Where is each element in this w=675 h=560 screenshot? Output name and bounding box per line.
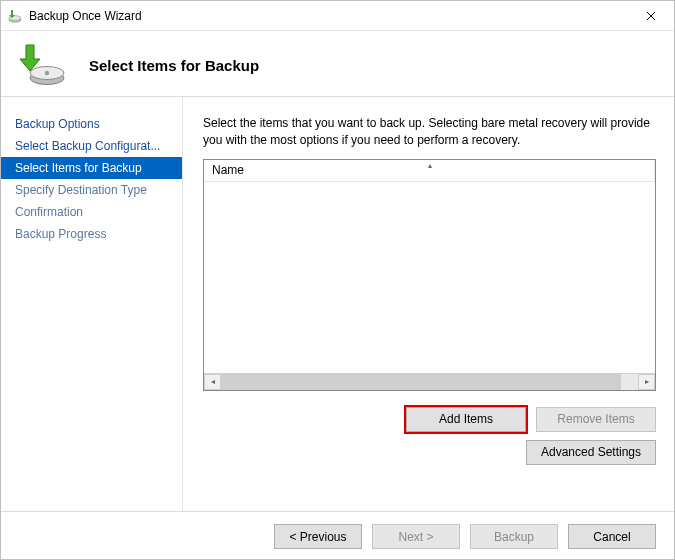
scroll-right-arrow[interactable]: ▸: [638, 374, 655, 390]
step-confirmation[interactable]: Confirmation: [1, 201, 182, 223]
window-close-button[interactable]: [628, 1, 674, 31]
scroll-thumb[interactable]: [221, 374, 621, 390]
wizard-icon: [15, 41, 71, 91]
horizontal-scrollbar[interactable]: ◂ ▸: [204, 373, 655, 390]
page-title: Select Items for Backup: [89, 57, 259, 74]
previous-button[interactable]: < Previous: [274, 524, 362, 549]
add-items-button[interactable]: Add Items: [406, 407, 526, 432]
titlebar: Backup Once Wizard: [1, 1, 674, 31]
scroll-track[interactable]: [221, 374, 638, 390]
items-listbox[interactable]: Name ▴ ◂ ▸: [203, 159, 656, 391]
wizard-steps-sidebar: Backup Options Select Backup Configurat.…: [1, 97, 183, 511]
wizard-page-content: Select the items that you want to back u…: [183, 97, 674, 511]
step-specify-destination[interactable]: Specify Destination Type: [1, 179, 182, 201]
instruction-text: Select the items that you want to back u…: [203, 115, 656, 149]
step-select-items[interactable]: Select Items for Backup: [1, 157, 182, 179]
app-icon: [7, 8, 23, 24]
cancel-button[interactable]: Cancel: [568, 524, 656, 549]
wizard-footer: < Previous Next > Backup Cancel: [1, 511, 674, 560]
next-button: Next >: [372, 524, 460, 549]
remove-items-button: Remove Items: [536, 407, 656, 432]
wizard-header: Select Items for Backup: [1, 31, 674, 97]
window-title: Backup Once Wizard: [29, 9, 628, 23]
list-column-header-row: Name ▴: [204, 160, 655, 182]
step-select-backup-config[interactable]: Select Backup Configurat...: [1, 135, 182, 157]
close-icon: [646, 11, 656, 21]
scroll-left-arrow[interactable]: ◂: [204, 374, 221, 390]
list-items-area: [204, 182, 655, 373]
wizard-body: Backup Options Select Backup Configurat.…: [1, 97, 674, 511]
sort-ascending-icon: ▴: [428, 161, 432, 170]
svg-point-4: [45, 70, 49, 74]
step-backup-progress[interactable]: Backup Progress: [1, 223, 182, 245]
advanced-settings-button[interactable]: Advanced Settings: [526, 440, 656, 465]
step-backup-options[interactable]: Backup Options: [1, 113, 182, 135]
backup-button: Backup: [470, 524, 558, 549]
